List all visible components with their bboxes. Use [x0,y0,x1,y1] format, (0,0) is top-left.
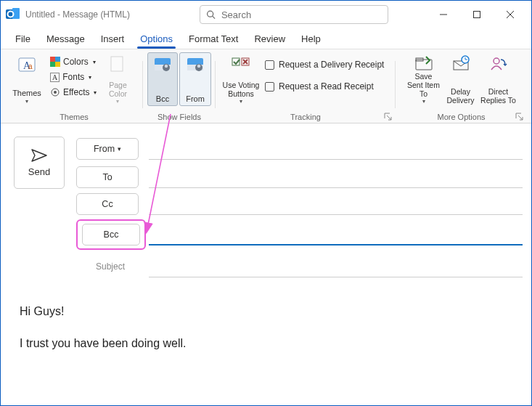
ribbon: Aa Themes ▾ Colors▾ A Fonts▾ Effects▾ [1,49,531,123]
search-input[interactable] [220,9,382,21]
window-title: Untitled - Message (HTML) [25,9,130,20]
body-line: I trust you have been doing well. [20,336,517,352]
svg-rect-6 [474,12,480,18]
bcc-toggle-button[interactable]: Bcc [147,52,178,106]
title-bar: Untitled - Message (HTML) [1,1,531,28]
to-button[interactable]: To [76,166,139,188]
subject-field[interactable] [149,256,523,277]
tab-message[interactable]: Message [45,31,86,49]
chevron-down-icon: ▾ [93,59,96,65]
colors-icon [50,57,60,67]
bcc-highlight: Bcc [76,219,146,250]
chevron-down-icon: ▾ [118,145,121,153]
from-toggle-button[interactable]: From [179,52,211,106]
direct-replies-icon [489,55,508,71]
svg-rect-18 [111,57,123,71]
svg-rect-12 [50,57,55,62]
from-field[interactable] [149,138,523,160]
checkbox-icon [265,82,274,92]
delivery-receipt-checkbox[interactable]: Request a Delivery Receipt [265,58,384,71]
maximize-button[interactable] [460,1,494,28]
svg-text:a: a [28,62,33,70]
fonts-button[interactable]: A Fonts▾ [47,70,99,84]
svg-point-26 [197,65,201,68]
direct-replies-button[interactable]: Direct Replies To [479,52,518,106]
minimize-button[interactable] [427,1,460,28]
tab-file[interactable]: File [14,31,32,49]
svg-rect-15 [55,62,60,67]
from-icon [186,56,205,75]
read-receipt-checkbox[interactable]: Request a Read Receipt [265,80,384,93]
svg-point-37 [494,58,499,64]
chevron-down-icon: ▾ [25,98,28,105]
ribbon-group-more-options: Save Sent Item To ▾ Delay Delivery Direc… [396,49,527,123]
save-sent-icon [414,55,433,71]
chevron-down-icon: ▾ [89,74,91,81]
send-icon [31,149,47,162]
ribbon-group-show-fields: Bcc From Show Fields [143,49,216,123]
search-icon [206,9,216,20]
delay-delivery-button[interactable]: Delay Delivery [444,52,478,106]
svg-line-4 [213,16,215,18]
from-button[interactable]: From▾ [76,138,139,160]
effects-icon [50,87,60,97]
window-controls [427,1,527,28]
colors-button[interactable]: Colors▾ [47,55,99,68]
ribbon-tabs: File Message Insert Options Format Text … [1,28,531,49]
themes-icon: Aa [17,55,37,76]
svg-point-17 [54,91,57,94]
tab-review[interactable]: Review [253,31,287,49]
message-body[interactable]: Hi Guys! I trust you have been doing wel… [14,277,523,352]
dialog-launcher-icon[interactable] [515,113,524,121]
chevron-down-icon: ▾ [116,98,119,105]
chevron-down-icon: ▾ [94,89,97,96]
dialog-launcher-icon[interactable] [384,113,393,121]
tab-options[interactable]: Options [139,31,174,49]
ribbon-group-tracking: Use Voting Buttons ▾ Request a Delivery … [216,49,396,123]
page-color-icon [109,55,126,73]
svg-rect-13 [55,57,60,62]
svg-point-22 [165,65,168,68]
ribbon-group-themes: Aa Themes ▾ Colors▾ A Fonts▾ Effects▾ [5,49,143,123]
checkbox-icon [265,60,274,70]
delay-delivery-icon [451,55,470,71]
chevron-down-icon: ▾ [240,98,242,105]
effects-button[interactable]: Effects▾ [47,86,99,99]
fonts-icon: A [50,73,60,82]
to-field[interactable] [149,166,523,188]
send-button[interactable]: Send [14,137,65,189]
save-sent-item-button[interactable]: Save Sent Item To ▾ [405,52,443,106]
chevron-down-icon: ▾ [422,98,425,105]
voting-buttons-button[interactable]: Use Voting Buttons ▾ [220,52,262,106]
svg-point-3 [208,11,213,17]
subject-label: Subject [76,261,144,272]
bcc-field[interactable] [149,224,523,245]
tab-format-text[interactable]: Format Text [187,31,240,49]
body-line: Hi Guys! [20,304,517,320]
compose-area: Send From▾ To Cc Bcc Subject Hi Guys! I … [1,123,531,352]
close-button[interactable] [494,1,527,28]
themes-button[interactable]: Aa Themes ▾ [9,52,44,106]
cc-field[interactable] [149,193,523,215]
bcc-button[interactable]: Bcc [82,224,140,245]
cc-button[interactable]: Cc [76,193,139,215]
tab-help[interactable]: Help [300,31,322,49]
search-box[interactable] [200,5,388,24]
page-color-button[interactable]: Page Color ▾ [102,52,133,106]
outlook-icon [5,7,21,23]
bcc-icon [153,56,172,75]
voting-icon [231,55,251,73]
svg-rect-14 [50,62,55,67]
tab-insert[interactable]: Insert [99,31,126,49]
